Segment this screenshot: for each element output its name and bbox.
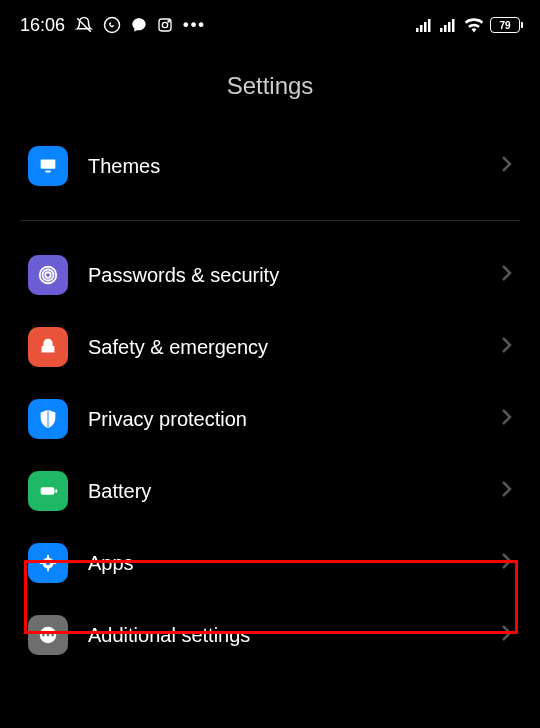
svg-point-3	[162, 22, 167, 27]
setting-label: Themes	[88, 155, 480, 178]
svg-point-28	[47, 634, 50, 637]
setting-label: Safety & emergency	[88, 336, 480, 359]
setting-label: Passwords & security	[88, 264, 480, 287]
settings-list: Themes Passwords & security Safety & eme…	[0, 130, 540, 671]
fingerprint-icon	[28, 255, 68, 295]
settings-item-themes[interactable]: Themes	[20, 130, 520, 202]
signal-2-icon	[440, 18, 458, 32]
battery-level: 79	[499, 20, 510, 31]
settings-item-apps[interactable]: Apps	[20, 527, 520, 599]
svg-rect-22	[47, 555, 49, 559]
svg-point-16	[43, 270, 54, 281]
more-icon	[28, 615, 68, 655]
chevron-right-icon	[500, 479, 512, 503]
battery-icon: 79	[490, 17, 520, 33]
status-left: 16:06 •••	[20, 15, 206, 36]
settings-item-privacy-protection[interactable]: Privacy protection	[20, 383, 520, 455]
setting-label: Battery	[88, 480, 480, 503]
svg-rect-25	[53, 562, 57, 564]
svg-rect-23	[47, 568, 49, 572]
setting-label: Apps	[88, 552, 480, 575]
svg-rect-24	[40, 562, 44, 564]
svg-rect-19	[55, 489, 57, 493]
svg-point-21	[46, 561, 51, 566]
svg-point-27	[42, 634, 45, 637]
chevron-right-icon	[500, 623, 512, 647]
shield-icon	[28, 399, 68, 439]
svg-rect-7	[424, 22, 427, 32]
svg-point-1	[105, 18, 120, 33]
chevron-right-icon	[500, 335, 512, 359]
emergency-icon	[28, 327, 68, 367]
svg-rect-18	[41, 487, 55, 494]
wifi-icon	[464, 17, 484, 33]
chevron-right-icon	[500, 407, 512, 431]
svg-rect-5	[416, 28, 419, 32]
signal-1-icon	[416, 18, 434, 32]
chevron-right-icon	[500, 551, 512, 575]
themes-icon	[28, 146, 68, 186]
settings-item-safety-emergency[interactable]: Safety & emergency	[20, 311, 520, 383]
svg-rect-11	[448, 22, 451, 32]
settings-item-additional-settings[interactable]: Additional settings	[20, 599, 520, 671]
settings-item-battery[interactable]: Battery	[20, 455, 520, 527]
status-right: 79	[416, 17, 520, 33]
chat-bubble-icon	[131, 17, 147, 33]
whatsapp-icon	[103, 16, 121, 34]
chevron-right-icon	[500, 263, 512, 287]
svg-rect-14	[45, 171, 51, 173]
status-bar: 16:06 •••	[0, 0, 540, 48]
svg-rect-12	[452, 19, 455, 32]
setting-label: Privacy protection	[88, 408, 480, 431]
apps-icon	[28, 543, 68, 583]
svg-rect-8	[428, 19, 431, 32]
more-notifications-icon: •••	[183, 16, 206, 34]
chevron-right-icon	[500, 154, 512, 178]
page-title: Settings	[0, 72, 540, 100]
svg-rect-6	[420, 25, 423, 32]
instagram-icon	[157, 17, 173, 33]
svg-point-4	[168, 21, 169, 22]
notification-silent-icon	[75, 16, 93, 34]
svg-point-15	[45, 272, 51, 278]
battery-icon	[28, 471, 68, 511]
settings-item-passwords-security[interactable]: Passwords & security	[20, 239, 520, 311]
setting-label: Additional settings	[88, 624, 480, 647]
svg-rect-10	[444, 25, 447, 32]
svg-point-29	[51, 634, 54, 637]
status-time: 16:06	[20, 15, 65, 36]
section-divider	[20, 220, 520, 221]
svg-rect-13	[41, 160, 56, 169]
svg-rect-9	[440, 28, 443, 32]
